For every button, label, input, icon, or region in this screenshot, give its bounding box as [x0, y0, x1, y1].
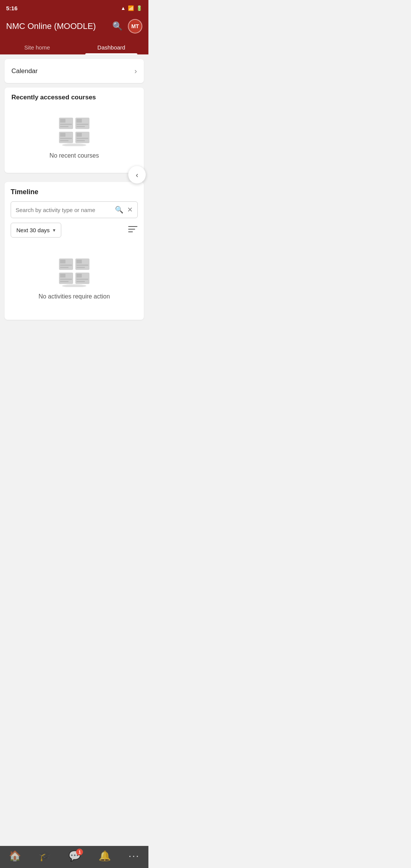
- svg-point-36: [62, 284, 86, 287]
- svg-rect-11: [60, 140, 68, 141]
- svg-rect-30: [60, 279, 72, 280]
- svg-rect-15: [76, 140, 85, 141]
- svg-rect-13: [76, 133, 82, 137]
- clear-search-icon[interactable]: ✕: [127, 206, 133, 214]
- chevron-right-icon: ›: [134, 67, 137, 75]
- calendar-link[interactable]: Calendar ›: [5, 59, 144, 83]
- svg-rect-9: [60, 133, 65, 137]
- svg-rect-21: [60, 260, 65, 263]
- app-title: NMC Online (MOODLE): [6, 21, 96, 31]
- recent-courses-title: Recently accessed courses: [5, 88, 144, 104]
- no-activities-text: No activities require action: [38, 293, 110, 300]
- header-search-icon[interactable]: 🔍: [112, 21, 123, 31]
- timeline-card: Timeline 🔍 ✕ Next 30 days ▾: [5, 182, 144, 320]
- no-activities-icon: [57, 257, 91, 287]
- svg-rect-23: [60, 267, 68, 268]
- svg-rect-2: [60, 124, 72, 125]
- svg-rect-5: [76, 119, 82, 123]
- no-recent-courses-text: No recent courses: [49, 152, 99, 159]
- chevron-down-icon: ▾: [53, 227, 56, 233]
- svg-rect-34: [76, 279, 88, 280]
- wifi-icon: ▲: [121, 5, 126, 11]
- status-bar: 5:16 ▲ 📶 🔋: [0, 0, 148, 15]
- svg-rect-33: [76, 274, 82, 278]
- no-courses-icon: [57, 116, 91, 146]
- svg-rect-27: [76, 267, 85, 268]
- sort-icon[interactable]: [128, 225, 138, 236]
- no-activities-empty-state: No activities require action: [11, 245, 138, 314]
- svg-point-16: [62, 144, 86, 146]
- main-content: Calendar › Recently accessed courses: [0, 54, 148, 356]
- app-header: NMC Online (MOODLE) 🔍 MT: [0, 15, 148, 39]
- svg-rect-35: [76, 281, 85, 282]
- calendar-label: Calendar: [11, 67, 38, 75]
- timeline-search-input[interactable]: [16, 207, 111, 213]
- svg-rect-22: [60, 265, 72, 266]
- timeline-filter-row: Next 30 days ▾: [11, 223, 138, 238]
- timeline-search-bar: 🔍 ✕: [11, 201, 138, 218]
- svg-rect-31: [60, 281, 68, 282]
- tab-site-home[interactable]: Site home: [0, 39, 74, 54]
- recent-courses-card: Recently accessed courses: [5, 88, 144, 173]
- svg-rect-25: [76, 260, 82, 263]
- status-time: 5:16: [6, 5, 18, 11]
- signal-icon: 📶: [128, 5, 134, 11]
- battery-icon: 🔋: [136, 5, 142, 11]
- calendar-card: Calendar ›: [5, 59, 144, 83]
- header-actions: 🔍 MT: [112, 19, 142, 34]
- tab-dashboard[interactable]: Dashboard: [74, 39, 148, 54]
- timeline-title: Timeline: [11, 188, 138, 196]
- svg-rect-3: [60, 126, 68, 127]
- svg-rect-14: [76, 138, 88, 139]
- days-dropdown-label: Next 30 days: [16, 227, 50, 233]
- status-icons: ▲ 📶 🔋: [121, 5, 142, 11]
- scroll-back-button[interactable]: ‹: [128, 166, 146, 183]
- svg-rect-7: [76, 126, 85, 127]
- svg-rect-29: [60, 274, 65, 278]
- user-avatar[interactable]: MT: [128, 19, 142, 34]
- search-icon: 🔍: [115, 206, 123, 214]
- svg-rect-26: [76, 265, 88, 266]
- svg-rect-1: [60, 119, 65, 123]
- days-dropdown[interactable]: Next 30 days ▾: [11, 223, 61, 238]
- svg-rect-10: [60, 138, 72, 139]
- nav-tabs: Site home Dashboard: [0, 39, 148, 54]
- recent-courses-empty-state: No recent courses: [5, 104, 144, 173]
- svg-rect-6: [76, 124, 88, 125]
